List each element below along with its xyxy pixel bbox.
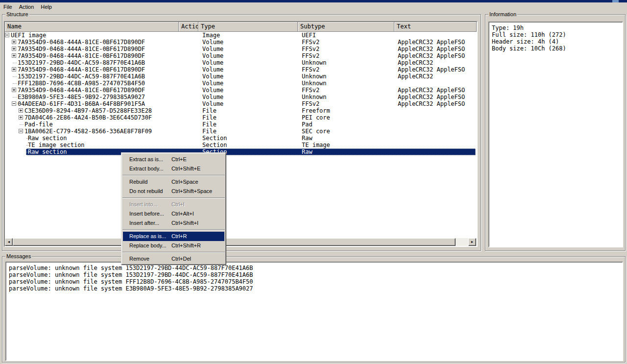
menubar-item-action[interactable]: Action bbox=[16, 3, 38, 10]
expand-icon[interactable] bbox=[12, 40, 16, 44]
tree-row[interactable]: FFF12B8D-7696-4C8B-A985-2747075B4F50Volu… bbox=[5, 80, 477, 87]
tree-cell-text: AppleCRC32 AppleFSO bbox=[398, 66, 465, 73]
tree-cell-subtype: FFSv2 bbox=[302, 87, 319, 94]
tree-connector bbox=[13, 76, 17, 77]
menu-item-extract-as-is[interactable]: Extract as is...Ctrl+E bbox=[121, 155, 226, 164]
expand-icon[interactable] bbox=[12, 53, 16, 58]
messages-groupbox-label: Messages bbox=[5, 253, 32, 260]
column-header-name[interactable]: Name bbox=[5, 22, 179, 32]
tree-row[interactable]: 7A9354D9-0468-444A-81CE-0BF617D890DFVolu… bbox=[5, 87, 477, 94]
tree-row[interactable]: 7A9354D9-0468-444A-81CE-0BF617D890DFVolu… bbox=[5, 66, 477, 73]
menu-item-label: Replace as is... bbox=[129, 232, 166, 241]
tree-cell-name: C3E36D09-8294-4B97-A857-D5288FE33E28 bbox=[24, 107, 152, 114]
menu-separator bbox=[122, 197, 225, 198]
tree-row[interactable]: 7A9354D9-0468-444A-81CE-0BF617D890DFVolu… bbox=[5, 52, 477, 59]
tree-cell-type: Volume bbox=[202, 87, 223, 94]
tree-row[interactable]: C3E36D09-8294-4B97-A857-D5288FE33E28File… bbox=[5, 107, 477, 114]
menubar-item-file[interactable]: File bbox=[0, 3, 16, 10]
menu-item-extract-body[interactable]: Extract body...Ctrl+Shift+E bbox=[121, 164, 226, 173]
column-header-subtype[interactable]: Subtype bbox=[298, 22, 394, 32]
tree-cell-subtype: FFSv2 bbox=[302, 52, 319, 59]
menu-item-rebuild[interactable]: RebuildCtrl+Space bbox=[121, 177, 226, 187]
tree-row[interactable]: 7DA04C46-2E86-4A24-B50B-3E6C445D730FFile… bbox=[5, 114, 477, 121]
tree-body[interactable]: UEFI imageImageUEFI7A9354D9-0468-444A-81… bbox=[5, 32, 477, 238]
tree-row[interactable]: 153D2197-29BD-44DC-AC59-887F70E41A6BVolu… bbox=[5, 59, 477, 66]
tree-row[interactable]: UEFI imageImageUEFI bbox=[5, 32, 477, 39]
tree-cell-subtype: Unknown bbox=[302, 94, 327, 100]
tree-row[interactable]: Raw sectionSectionRaw bbox=[5, 148, 477, 155]
tree-cell-subtype: Unknown bbox=[302, 59, 327, 66]
structure-groupbox-label: Structure bbox=[5, 11, 29, 18]
tree-connector bbox=[13, 63, 17, 63]
tree-cell-type: File bbox=[202, 107, 217, 114]
tree-row[interactable]: Raw sectionSectionRaw bbox=[5, 135, 477, 142]
menu-item-insert-before[interactable]: Insert before...Ctrl+Alt+I bbox=[121, 209, 226, 218]
menu-item-remove[interactable]: RemoveCtrl+Del bbox=[121, 254, 226, 264]
tree-cell-type: Section bbox=[202, 142, 227, 148]
tree-cell-subtype: FFSv2 bbox=[302, 46, 319, 52]
tree-cell-name: TE image section bbox=[28, 142, 85, 148]
tree-cell-subtype: FFSv2 bbox=[302, 39, 319, 46]
tree-row[interactable]: TE image sectionSectionTE image bbox=[5, 142, 477, 148]
expand-icon[interactable] bbox=[19, 108, 23, 113]
tree-row[interactable]: 7A9354D9-0468-444A-81CE-0BF617D890DFVolu… bbox=[5, 46, 477, 52]
tree-cell-name: FFF12B8D-7696-4C8B-A985-2747075B4F50 bbox=[18, 80, 145, 87]
menu-item-shortcut: Ctrl+Del bbox=[171, 254, 191, 264]
tree-cell-text: AppleCRC32 bbox=[398, 73, 433, 80]
tree-cell-name: 7A9354D9-0468-444A-81CE-0BF617D890DF bbox=[18, 66, 145, 73]
tree-cell-name: 7A9354D9-0468-444A-81CE-0BF617D890DF bbox=[18, 46, 145, 52]
menu-item-shortcut: Ctrl+I bbox=[171, 200, 185, 209]
scrollbar-thumb[interactable] bbox=[13, 238, 456, 246]
tree-connector bbox=[13, 83, 17, 84]
tree-cell-type: Volume bbox=[202, 80, 223, 87]
messages-log[interactable]: parseVolume: unknown file system 153D219… bbox=[5, 262, 623, 361]
tree-cell-subtype: Unknown bbox=[302, 80, 327, 87]
information-text: Type: 19h Full size: 110h (272) Header s… bbox=[488, 22, 623, 247]
messages-groupbox: Messages parseVolume: unknown file syste… bbox=[2, 256, 626, 363]
menu-item-label: Extract as is... bbox=[129, 155, 163, 164]
selection-highlight bbox=[26, 148, 476, 155]
menu-item-shortcut: Ctrl+Shift+Space bbox=[171, 187, 212, 196]
tree-cell-subtype: Unknown bbox=[302, 73, 327, 80]
scroll-left-button[interactable]: ◄ bbox=[5, 238, 13, 246]
horizontal-scrollbar[interactable]: ◄ ► bbox=[5, 238, 477, 246]
menu-item-replace-body[interactable]: Replace body...Ctrl+Shift+R bbox=[121, 241, 226, 250]
menubar-item-help[interactable]: Help bbox=[37, 3, 55, 10]
expand-icon[interactable] bbox=[12, 67, 16, 72]
tree-row[interactable]: 1BA0062E-C779-4582-8566-336AE8F78F09File… bbox=[5, 128, 477, 135]
scroll-right-button[interactable]: ► bbox=[468, 238, 476, 246]
tree-cell-type: Volume bbox=[202, 46, 223, 52]
tree-row[interactable]: E3B980A9-5FE3-48E5-9B92-2798385A9027Volu… bbox=[5, 94, 477, 100]
tree-cell-subtype: FFSv2 bbox=[302, 66, 319, 73]
tree-cell-type: Volume bbox=[202, 100, 223, 107]
expand-icon[interactable] bbox=[12, 47, 16, 51]
tree-row[interactable]: 04ADEEAD-61FF-4D31-B6BA-64F8BF901F5AVolu… bbox=[5, 100, 477, 107]
column-header-type[interactable]: Type bbox=[198, 22, 298, 32]
column-header-actio[interactable]: Actio bbox=[179, 22, 198, 32]
collapse-icon[interactable] bbox=[5, 33, 9, 37]
menu-bar: FileActionHelp bbox=[0, 2, 627, 10]
menu-item-label: Extract body... bbox=[129, 164, 164, 173]
tree-cell-type: Volume bbox=[202, 73, 223, 80]
tree-cell-type: Volume bbox=[202, 66, 223, 73]
collapse-icon[interactable] bbox=[12, 101, 16, 106]
menu-item-shortcut: Ctrl+Alt+I bbox=[171, 209, 194, 218]
tree-cell-text: AppleCRC32 AppleFSO bbox=[398, 39, 465, 46]
tree-row[interactable]: 153D2197-29BD-44DC-AC59-887F70E41A6BVolu… bbox=[5, 73, 477, 80]
tree-cell-subtype: SEC core bbox=[302, 128, 330, 135]
collapse-icon[interactable] bbox=[19, 129, 23, 133]
tree-row[interactable]: Pad-fileFilePad bbox=[5, 121, 477, 128]
menu-item-shortcut: Ctrl+Space bbox=[171, 177, 198, 187]
tree-connector bbox=[13, 97, 17, 97]
column-header-text[interactable]: Text bbox=[394, 22, 477, 32]
tree-cell-name: 153D2197-29BD-44DC-AC59-887F70E41A6B bbox=[18, 59, 145, 66]
menu-item-do-not-rebuild[interactable]: Do not rebuildCtrl+Shift+Space bbox=[121, 187, 226, 196]
tree-cell-name: Raw section bbox=[28, 135, 67, 142]
tree-row[interactable]: 7A9354D9-0468-444A-81CE-0BF617D890DFVolu… bbox=[5, 39, 477, 46]
menu-item-replace-as-is[interactable]: Replace as is...Ctrl+R bbox=[121, 232, 226, 241]
expand-icon[interactable] bbox=[19, 115, 23, 120]
tree-cell-text: AppleCRC32 AppleFSO bbox=[398, 100, 465, 107]
expand-icon[interactable] bbox=[12, 88, 16, 92]
tree-cell-name: 04ADEEAD-61FF-4D31-B6BA-64F8BF901F5A bbox=[18, 100, 145, 107]
menu-item-insert-after[interactable]: Insert after...Ctrl+Shift+I bbox=[121, 218, 226, 228]
